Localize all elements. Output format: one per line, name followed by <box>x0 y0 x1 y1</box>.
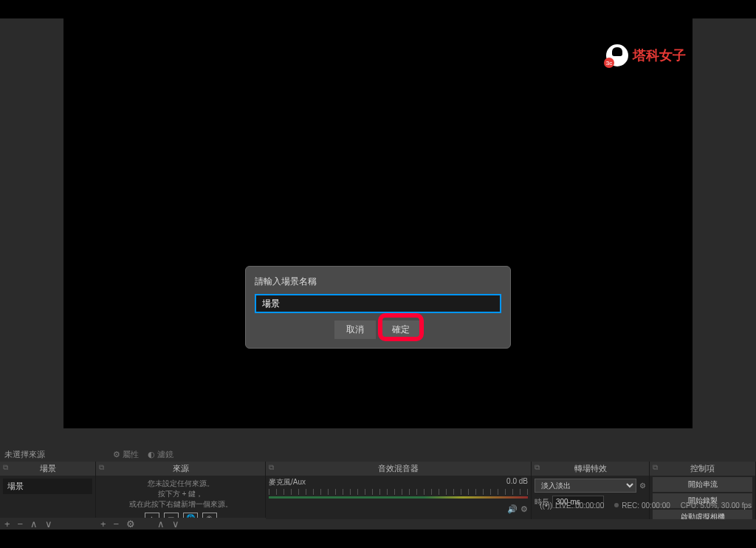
sources-empty-3: 或在此按下右鍵新增一個來源。 <box>99 499 262 510</box>
cpu-status: CPU: 5.0%, 30.00 fps <box>681 501 752 510</box>
transition-select[interactable]: 淡入淡出 <box>535 479 636 493</box>
preview-area <box>63 18 693 428</box>
meter-ticks <box>269 489 528 495</box>
mixer-dock: ⧉ 音效混音器 麥克風/Aux 0.0 dB 🔊 ⚙ <box>266 462 532 519</box>
cancel-button[interactable]: 取消 <box>334 321 376 339</box>
sources-empty-2: 按下方 + 鍵， <box>99 489 262 499</box>
scenes-footer: + − ∧ ∨ <box>0 518 96 530</box>
watermark-icon <box>606 44 628 66</box>
scene-name-input[interactable] <box>255 294 501 313</box>
sources-header: ⧉ 來源 <box>96 462 265 476</box>
scenes-header: ⧉ 場景 <box>0 462 95 476</box>
properties-button[interactable]: ⚙ 屬性 <box>113 449 139 460</box>
filters-button[interactable]: ◐ 濾鏡 <box>148 449 173 460</box>
dialog-label: 請輸入場景名稱 <box>255 275 501 288</box>
scenes-dock: ⧉ 場景 場景 <box>0 462 96 519</box>
add-scene-dialog: 請輸入場景名稱 取消 確定 <box>245 266 511 349</box>
sources-empty-1: 您未設定任何來源。 <box>99 479 262 489</box>
gear-icon: ⚙ <box>113 450 120 459</box>
mixer-track-name: 麥克風/Aux <box>269 477 306 487</box>
meter-bar <box>269 496 528 499</box>
source-gear-button[interactable]: ⚙ <box>126 518 135 530</box>
remove-scene-button[interactable]: − <box>18 518 24 530</box>
scene-up-button[interactable]: ∧ <box>30 518 38 530</box>
scene-item[interactable]: 場景 <box>3 479 92 494</box>
add-source-button[interactable]: + <box>100 518 106 530</box>
add-scene-button[interactable]: + <box>4 518 10 530</box>
source-up-button[interactable]: ∧ <box>157 518 165 530</box>
volume-icon[interactable]: 🔊 <box>507 504 518 514</box>
float-icon[interactable]: ⧉ <box>653 463 658 472</box>
status-bar: ((•)) LIVE: 00:00:00 REC: 00:00:00 CPU: … <box>540 499 752 511</box>
transitions-header: ⧉ 轉場特效 <box>532 462 649 476</box>
start-stream-button[interactable]: 開始串流 <box>653 477 752 492</box>
watermark: 塔科女子 <box>606 44 686 66</box>
stream-status: ((•)) LIVE: 00:00:00 <box>540 501 604 510</box>
broadcast-icon: ((•)) <box>540 501 552 510</box>
sources-footer: + − ⚙ ∧ ∨ <box>96 518 266 530</box>
sources-dock: ⧉ 來源 您未設定任何來源。 按下方 + 鍵， 或在此按下右鍵新增一個來源。 ▲… <box>96 462 266 519</box>
mixer-header: ⧉ 音效混音器 <box>266 462 531 476</box>
controls-header: ⧉ 控制項 <box>650 462 755 476</box>
remove-source-button[interactable]: − <box>114 518 120 530</box>
ok-button[interactable]: 確定 <box>380 321 422 339</box>
source-toolbar: 未選擇來源 ⚙ 屬性 ◐ 濾鏡 <box>0 447 756 462</box>
record-dot-icon <box>614 503 619 507</box>
float-icon[interactable]: ⧉ <box>99 463 104 472</box>
transition-gear-icon[interactable]: ⚙ <box>639 482 646 490</box>
float-icon[interactable]: ⧉ <box>269 463 274 472</box>
record-status: REC: 00:00:00 <box>614 501 670 510</box>
filter-icon: ◐ <box>148 450 155 459</box>
mixer-db-value: 0.0 dB <box>506 477 528 487</box>
float-icon[interactable]: ⧉ <box>3 463 8 472</box>
mixer-gear-icon[interactable]: ⚙ <box>520 504 528 514</box>
source-down-button[interactable]: ∨ <box>172 518 179 530</box>
watermark-text: 塔科女子 <box>633 47 686 64</box>
no-source-label: 未選擇來源 <box>4 449 45 460</box>
scene-down-button[interactable]: ∨ <box>45 518 52 530</box>
float-icon[interactable]: ⧉ <box>535 463 540 472</box>
